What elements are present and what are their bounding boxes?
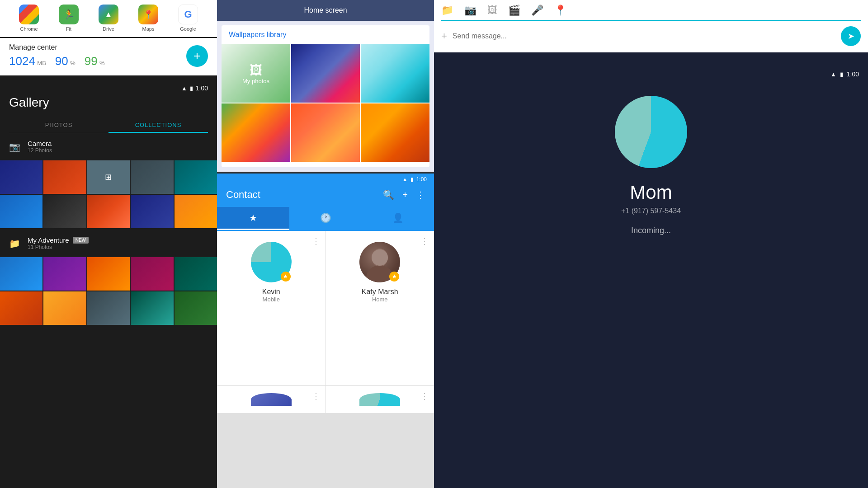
wallpaper-5[interactable] xyxy=(291,103,360,162)
wallpaper-3[interactable] xyxy=(361,44,429,103)
contact-actions: 🔍 + ⋮ xyxy=(383,189,425,200)
middle-panel: Home screen Wallpapers library 🖼 My phot… xyxy=(217,0,434,488)
collections-list: 📷 Camera 12 Photos ⊞ 📁 My Adventure xyxy=(0,133,217,488)
camera-info: Camera 12 Photos xyxy=(28,140,52,154)
collection-camera[interactable]: 📷 Camera 12 Photos xyxy=(0,133,217,160)
folder-icon: 📁 xyxy=(9,238,20,249)
tab-recent[interactable]: 🕐 xyxy=(289,207,362,230)
adv-photo-1 xyxy=(0,257,42,291)
camera-msg-icon[interactable]: 📷 xyxy=(464,5,476,16)
camera-count: 12 Photos xyxy=(28,147,52,154)
google-label: Google xyxy=(180,26,196,32)
location-icon[interactable]: 📍 xyxy=(554,5,566,16)
right-panel: 📁 📷 🖼 🎬 🎤 📍 + ➤ ▲ ▮ 1:00 Mom +1 (917) 59… xyxy=(434,0,868,488)
message-input-row: + ➤ xyxy=(441,26,861,46)
google-app[interactable]: G Google xyxy=(178,5,198,32)
home-screen-header: Home screen xyxy=(217,0,434,21)
gallery-header: ▲ ▮ 1:00 Gallery PHOTOS COLLECTIONS xyxy=(0,75,217,133)
storage-value: 1024 MB xyxy=(9,54,46,68)
collection-adventure[interactable]: 📁 My Adventure NEW 11 Photos xyxy=(0,230,217,257)
fab-button[interactable]: + xyxy=(186,45,208,67)
mic-icon[interactable]: 🎤 xyxy=(531,5,543,16)
photo-5 xyxy=(175,160,217,194)
new-badge: NEW xyxy=(73,237,89,244)
fit-app[interactable]: 🏃 Fit xyxy=(59,5,79,32)
wallpaper-library: Wallpapers library 🖼 My photos xyxy=(222,25,429,167)
gallery-title: Gallery xyxy=(9,95,208,110)
wallpaper-1[interactable]: 🖼 My photos xyxy=(222,44,290,103)
adv-photo-8 xyxy=(87,291,130,325)
contact-section: ▲ ▮ 1:00 Contact 🔍 + ⋮ ★ 🕐 👤 ⋮ xyxy=(217,174,434,488)
wallpaper-4[interactable] xyxy=(222,103,290,162)
katy-name: Katy Marsh xyxy=(333,288,427,296)
wallpaper-6[interactable] xyxy=(361,103,429,162)
photo-4 xyxy=(131,160,173,194)
contact-status-time: 1:00 xyxy=(416,176,427,183)
drive-icon: ▲ xyxy=(99,5,118,24)
adv-photo-7 xyxy=(43,291,86,325)
tab-all-contacts[interactable]: 👤 xyxy=(362,207,434,230)
wallpaper-grid: 🖼 My photos xyxy=(222,44,429,162)
add-attachment-icon[interactable]: + xyxy=(441,30,447,42)
incoming-call-section: ▲ ▮ 1:00 Mom +1 (917) 597-5434 Incoming.… xyxy=(434,52,868,488)
card3-menu-icon[interactable]: ⋮ xyxy=(312,391,320,401)
messaging-icons-bar: 📁 📷 🖼 🎬 🎤 📍 xyxy=(441,5,861,21)
photo-1 xyxy=(0,160,42,194)
contact-card-kevin[interactable]: ⋮ ★ Kevin Mobile xyxy=(217,231,326,385)
drive-app[interactable]: ▲ Drive xyxy=(99,5,118,32)
contact-card-3[interactable]: ⋮ xyxy=(217,386,326,413)
my-photos-overlay: 🖼 My photos xyxy=(242,63,269,84)
katy-menu-icon[interactable]: ⋮ xyxy=(420,236,429,246)
add-contact-icon[interactable]: + xyxy=(402,190,408,200)
send-button[interactable]: ➤ xyxy=(841,26,861,46)
katy-star-badge: ★ xyxy=(389,272,399,282)
contact-card-4[interactable]: ⋮ xyxy=(326,386,434,413)
adv-photo-2 xyxy=(43,257,86,291)
call-time: 1:00 xyxy=(847,70,859,78)
tab-favorites[interactable]: ★ xyxy=(217,207,289,230)
kevin-name: Kevin xyxy=(224,288,318,296)
maps-app[interactable]: 📍 Maps xyxy=(138,5,158,32)
card4-menu-icon[interactable]: ⋮ xyxy=(420,391,429,401)
adventure-count: 11 Photos xyxy=(28,244,89,250)
signal-icon: ▲ xyxy=(181,85,187,92)
adventure-photos xyxy=(0,257,217,325)
call-signal-icon: ▲ xyxy=(830,71,836,78)
wallpaper-2[interactable] xyxy=(291,44,360,103)
photo-7 xyxy=(43,195,86,228)
contact-signal-icon: ▲ xyxy=(402,176,408,183)
search-icon[interactable]: 🔍 xyxy=(383,189,394,200)
call-status-text: Incoming... xyxy=(631,226,671,235)
contact-cards: ⋮ ★ Kevin Mobile ⋮ xyxy=(217,231,434,488)
fit-label: Fit xyxy=(66,26,71,32)
call-battery-icon: ▮ xyxy=(840,71,843,78)
home-screen-title: Home screen xyxy=(226,6,425,14)
manage-title: Manage center xyxy=(9,43,105,52)
more-icon[interactable]: ⋮ xyxy=(416,189,425,200)
chrome-app[interactable]: Chrome xyxy=(19,5,39,32)
battery-icon: ▮ xyxy=(190,85,193,92)
camera-photos: ⊞ xyxy=(0,160,217,228)
drive-label: Drive xyxy=(103,26,114,32)
chrome-label: Chrome xyxy=(20,26,38,32)
message-input[interactable] xyxy=(453,32,835,40)
adv-photo-5 xyxy=(175,257,217,291)
photo-10 xyxy=(175,195,217,228)
svg-point-2 xyxy=(372,249,388,266)
my-photos-label: My photos xyxy=(242,78,269,84)
photo-2 xyxy=(43,160,86,194)
google-icon: G xyxy=(178,5,198,24)
contact-tabs: ★ 🕐 👤 xyxy=(217,207,434,231)
caller-avatar xyxy=(615,96,687,168)
adv-photo-4 xyxy=(131,257,173,291)
contact-card-katy[interactable]: ⋮ ★ Katy Marsh Home xyxy=(326,231,434,385)
attachment-icon[interactable]: 📁 xyxy=(441,5,453,16)
gallery-status-bar: ▲ ▮ 1:00 xyxy=(9,84,208,92)
chrome-icon xyxy=(19,5,39,24)
image-icon[interactable]: 🖼 xyxy=(487,5,497,16)
tab-photos[interactable]: PHOTOS xyxy=(9,117,108,133)
tab-collections[interactable]: COLLECTIONS xyxy=(108,117,208,133)
video-icon[interactable]: 🎬 xyxy=(508,5,520,16)
kevin-menu-icon[interactable]: ⋮ xyxy=(312,236,320,246)
adv-photo-9 xyxy=(131,291,173,325)
